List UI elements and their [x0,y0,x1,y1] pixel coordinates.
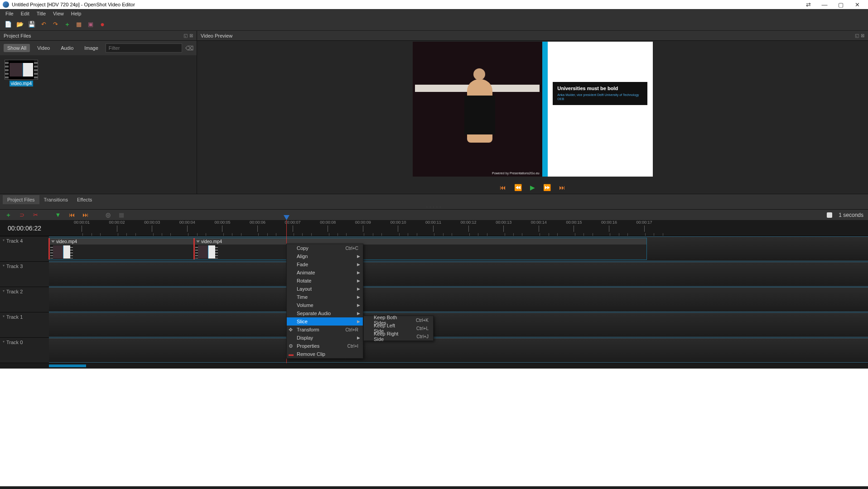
panel-resize-handle[interactable]: : : : : : [0,205,868,209]
track-lane[interactable] [49,312,868,337]
track-lane[interactable] [49,338,868,363]
tab-transitions[interactable]: Transitions [39,195,72,204]
jump-start-icon[interactable]: ⏮ [500,184,506,191]
ctx-item-animate[interactable]: Animate▶ [287,268,363,277]
filter-audio-button[interactable]: Audio [57,44,77,52]
menu-file[interactable]: File [2,10,17,17]
zoom-checkbox[interactable] [827,212,832,218]
clip-thumb-icon [195,245,218,259]
track-header[interactable]: ▾Track 4 [0,236,49,261]
ctx-item-align[interactable]: Align▶ [287,252,363,260]
preview-transport-controls: ⏮ ⏪ ▶ ⏩ ⏭ [500,184,565,191]
menu-title[interactable]: Title [33,10,49,17]
clear-filter-icon[interactable]: ⌫ [186,44,193,52]
timeline-disabled-icon: ▦ [118,211,125,219]
play-icon[interactable]: ▶ [530,184,535,191]
filter-video-button[interactable]: Video [34,44,53,52]
filter-show-all-button[interactable]: Show All [4,44,30,52]
add-track-icon[interactable]: ＋ [5,211,12,219]
window-close-button[interactable]: ✕ [849,1,865,8]
timeline-clip[interactable]: video.mp4 [49,238,194,260]
prev-marker-icon[interactable]: ⏮ [68,211,75,219]
ctx-item-fade[interactable]: Fade▶ [287,260,363,268]
track-header[interactable]: ▾Track 3 [0,262,49,287]
ctx-item-layout[interactable]: Layout▶ [287,285,363,293]
track-row: ▾Track 2 [0,287,868,312]
ruler-tick: 00:00:13 [496,220,511,232]
clip-thumbnail-icon [5,60,38,80]
preview-slide-title: Universities must be bold [557,86,643,91]
jump-end-icon[interactable]: ⏭ [559,184,565,191]
track-header[interactable]: ▾Track 1 [0,312,49,337]
window-maximize-button[interactable]: ▢ [833,1,849,8]
next-marker-icon[interactable]: ⏭ [82,211,89,219]
snapping-icon[interactable]: ⊃ [18,211,25,219]
timeline-clip[interactable]: video.mp4 [194,238,647,260]
filter-image-button[interactable]: Image [81,44,102,52]
preview-powered-label: Powered by Presentations2Go.eu [492,172,540,175]
ctx-item-display[interactable]: Display▶ [287,334,363,342]
track-lane[interactable] [49,287,868,312]
menu-view[interactable]: View [49,10,68,17]
track-lane[interactable]: video.mp4 video.mp4 [49,236,868,261]
add-marker-icon[interactable]: ▼ [54,211,62,219]
undo-icon[interactable]: ↶ [40,21,47,28]
menu-help[interactable]: Help [68,10,85,17]
project-files-filter-bar: Show All Video Audio Image ⌫ [0,41,197,55]
scrollbar-thumb[interactable] [49,364,86,367]
menu-edit[interactable]: Edit [17,10,33,17]
ctx-item-remove-clip[interactable]: ▬Remove Clip [287,350,363,358]
panel-close-icon[interactable]: ⊠ [861,33,864,38]
import-files-icon[interactable]: ＋ [63,21,71,28]
ruler-tick: 00:00:06 [250,220,265,232]
window-drag-icon[interactable]: ⇄ [800,1,816,8]
project-files-title: Project Files [4,33,31,38]
track-header[interactable]: ▾Track 2 [0,287,49,312]
ctx-item-copy[interactable]: CopyCtrl+C [287,244,363,252]
ruler-tick: 00:00:17 [637,220,652,232]
bottom-filler [0,369,868,486]
panel-undock-icon[interactable]: ◱ [183,33,188,38]
project-clip-item[interactable]: video.mp4 [5,60,38,86]
track-lane[interactable] [49,262,868,287]
fast-forward-icon[interactable]: ⏩ [543,184,551,191]
export-video-icon[interactable]: ● [99,21,106,28]
timeline-scrollbar[interactable] [0,363,868,369]
project-files-header: Project Files ◱ ⊠ [0,31,197,41]
video-preview-title: Video Preview [201,33,232,38]
ctx-item-properties[interactable]: ⚙PropertiesCtrl+I [287,342,363,350]
tab-project-files[interactable]: Project Files [3,195,39,204]
clip-thumbnail-label: video.mp4 [10,81,33,86]
ctx-item-rotate[interactable]: Rotate▶ [287,277,363,285]
redo-icon[interactable]: ↷ [52,21,59,28]
ctx-sub-item-keep-right-side[interactable]: Keep Right SideCtrl+J [364,332,433,340]
app-logo-icon [3,1,9,8]
ruler-tick: 00:00:05 [214,220,230,232]
open-project-icon[interactable]: 📂 [16,21,24,28]
ctx-item-transform[interactable]: ✥TransformCtrl+R [287,326,363,334]
ctx-item-time[interactable]: Time▶ [287,293,363,301]
save-project-icon[interactable]: 💾 [28,21,35,28]
filter-input[interactable] [106,43,182,53]
ruler-tick: 00:00:01 [74,220,90,232]
new-project-icon[interactable]: 📄 [5,21,12,28]
ctx-item-slice[interactable]: Slice▶ [287,317,363,326]
fullscreen-icon[interactable]: ▣ [87,21,94,28]
ctx-item-volume[interactable]: Volume▶ [287,301,363,309]
track-header[interactable]: ▾Track 0 [0,338,49,363]
razor-icon[interactable]: ✂ [32,211,39,219]
track-label: Track 0 [6,340,23,345]
timeline-ruler[interactable]: 00:00:06:22 00:00:0100:00:0200:00:0300:0… [0,220,868,236]
window-minimize-button[interactable]: — [816,1,833,8]
panel-close-icon[interactable]: ⊠ [189,33,193,38]
timeline: 00:00:06:22 00:00:0100:00:0200:00:0300:0… [0,220,868,369]
video-preview-frame[interactable]: Powered by Presentations2Go.eu Universit… [413,42,653,177]
center-playhead-icon[interactable]: ◎ [104,211,111,219]
preview-slide-sub1: Anka Mulder, vice president Delft Univer… [557,93,643,97]
ctx-item-separate-audio[interactable]: Separate Audio▶ [287,309,363,317]
project-files-body[interactable]: video.mp4 [0,55,197,194]
rewind-icon[interactable]: ⏪ [514,184,522,191]
profile-icon[interactable]: ▦ [75,21,82,28]
tab-effects[interactable]: Effects [72,195,96,204]
panel-undock-icon[interactable]: ◱ [855,33,859,38]
